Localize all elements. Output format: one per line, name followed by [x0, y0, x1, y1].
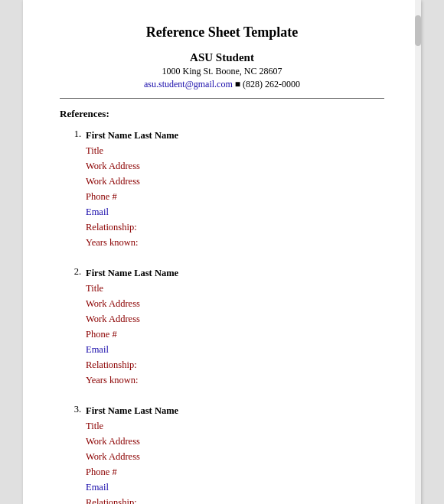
ref-details-3: First Name Last Name Title Work Address …	[86, 403, 178, 504]
ref-email-1: Email	[86, 204, 178, 219]
ref-relationship-1: Relationship:	[86, 219, 178, 235]
ref-relationship-2: Relationship:	[86, 357, 178, 372]
separator: ■	[235, 79, 243, 89]
ref-years-1: Years known:	[86, 235, 178, 250]
ref-title-3: Title	[86, 418, 178, 434]
ref-phone-2: Phone #	[86, 327, 178, 342]
document-page: Reference Sheet Template ASU Student 100…	[23, 0, 421, 504]
ref-address1-3: Work Address	[86, 434, 178, 449]
reference-item-3: 3. First Name Last Name Title Work Addre…	[60, 403, 384, 504]
ref-details-1: First Name Last Name Title Work Address …	[86, 128, 178, 250]
references-label: References:	[60, 108, 384, 120]
ref-address2-3: Work Address	[86, 449, 178, 464]
ref-number-2: 2.	[60, 265, 81, 278]
document-title: Reference Sheet Template	[60, 24, 384, 41]
ref-number-3: 3.	[60, 403, 81, 415]
ref-address2-2: Work Address	[86, 311, 178, 327]
ref-name-2: First Name Last Name	[86, 265, 178, 281]
ref-number-1: 1.	[60, 128, 81, 140]
scrollbar[interactable]	[415, 0, 421, 504]
ref-details-2: First Name Last Name Title Work Address …	[86, 265, 178, 388]
student-name: ASU Student	[60, 51, 384, 64]
ref-email-3: Email	[86, 480, 178, 495]
student-phone: (828) 262-0000	[243, 79, 300, 89]
references-list: 1. First Name Last Name Title Work Addre…	[60, 128, 384, 504]
ref-phone-3: Phone #	[86, 464, 178, 480]
reference-item-2: 2. First Name Last Name Title Work Addre…	[60, 265, 384, 388]
ref-address2-1: Work Address	[86, 174, 178, 189]
ref-name-3: First Name Last Name	[86, 403, 178, 418]
ref-email-2: Email	[86, 342, 178, 357]
ref-years-2: Years known:	[86, 372, 178, 388]
ref-relationship-3: Relationship:	[86, 495, 178, 504]
student-address: 1000 King St. Boone, NC 28607	[60, 66, 384, 77]
ref-title-2: Title	[86, 281, 178, 296]
student-email[interactable]: asu.student@gmail.com	[144, 79, 233, 89]
ref-phone-1: Phone #	[86, 189, 178, 204]
reference-item-1: 1. First Name Last Name Title Work Addre…	[60, 128, 384, 250]
ref-address1-1: Work Address	[86, 158, 178, 174]
ref-address1-2: Work Address	[86, 296, 178, 311]
ref-title-1: Title	[86, 143, 178, 158]
student-contact: asu.student@gmail.com ■ (828) 262-0000	[60, 79, 384, 90]
scrollbar-thumb[interactable]	[415, 15, 421, 46]
divider	[60, 98, 384, 99]
ref-name-1: First Name Last Name	[86, 128, 178, 143]
